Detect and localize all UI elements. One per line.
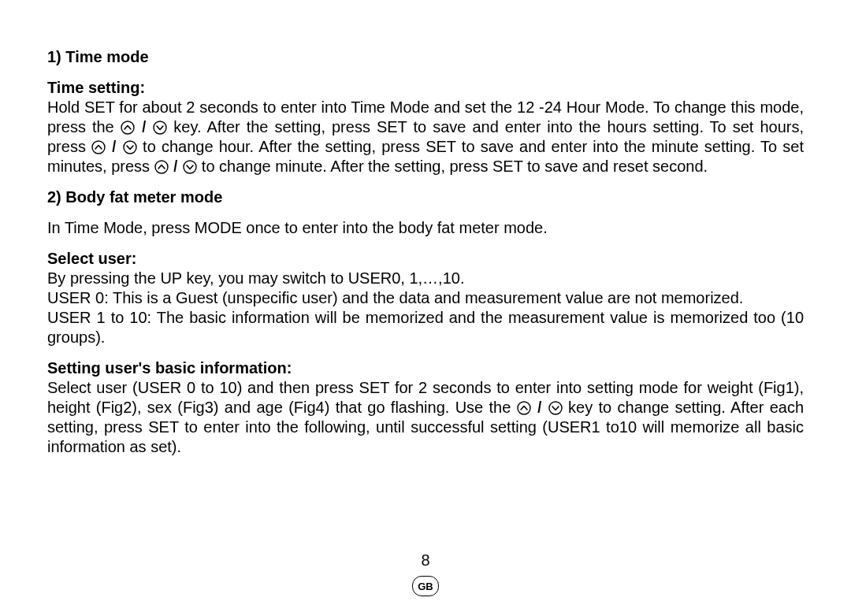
language-badge: GB: [412, 576, 439, 596]
text-line: USER 0: This is a Guest (unspecific user…: [47, 289, 743, 306]
body-fat-intro: In Time Mode, press MODE once to enter i…: [47, 218, 804, 238]
select-user-subheading: Select user:: [47, 250, 136, 267]
up-chevron-icon: [91, 140, 106, 154]
svg-point-5: [184, 161, 196, 173]
setting-user-info-paragraph: Setting user's basic information: Select…: [47, 358, 804, 457]
text-line: By pressing the UP key, you may switch t…: [47, 269, 464, 287]
setting-user-info-subheading: Setting user's basic information:: [47, 359, 292, 377]
select-user-paragraph: Select user: By pressing the UP key, you…: [47, 249, 804, 347]
svg-point-1: [154, 121, 166, 134]
down-chevron-icon: [153, 121, 167, 135]
svg-point-2: [92, 141, 105, 154]
svg-point-7: [549, 402, 562, 414]
document-page: 1) Time mode Time setting: Hold SET for …: [0, 0, 851, 457]
down-chevron-icon: [548, 401, 563, 415]
up-chevron-icon: [154, 160, 169, 174]
time-setting-paragraph: Time setting: Hold SET for about 2 secon…: [47, 78, 804, 176]
section-2-heading: 2) Body fat meter mode: [47, 187, 804, 207]
up-down-key-icon: /: [91, 138, 137, 155]
svg-point-0: [121, 121, 134, 134]
svg-point-6: [518, 402, 530, 414]
up-down-key-icon: /: [121, 118, 168, 135]
page-footer: 8 GB: [0, 551, 851, 596]
up-chevron-icon: [517, 401, 531, 415]
up-down-key-icon: /: [517, 399, 563, 416]
down-chevron-icon: [183, 160, 197, 174]
text-segment: to change minute. After the setting, pre…: [197, 158, 708, 175]
section-1-heading: 1) Time mode: [47, 47, 804, 67]
svg-point-4: [155, 161, 168, 173]
up-chevron-icon: [121, 121, 135, 135]
up-down-key-icon: /: [154, 158, 198, 175]
text-line: USER 1 to 10: The basic information will…: [47, 309, 804, 346]
down-chevron-icon: [123, 140, 137, 154]
page-number: 8: [0, 551, 851, 570]
time-setting-subheading: Time setting:: [47, 79, 145, 96]
svg-point-3: [124, 141, 136, 154]
